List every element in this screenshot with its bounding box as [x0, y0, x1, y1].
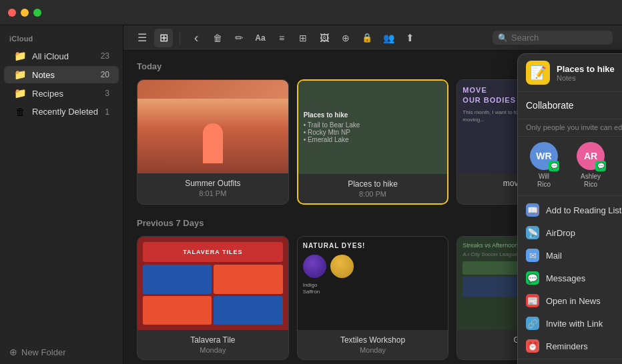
menu-item-mail[interactable]: ✉ Mail: [518, 244, 622, 267]
sidebar-section-icloud: iCloud: [0, 32, 123, 47]
popup-note-icon: 📝: [526, 61, 550, 85]
note-name-talavera: Talavera Tile: [144, 335, 282, 345]
news-icon: 📰: [526, 294, 539, 307]
collaborate-row[interactable]: Collaborate ›: [518, 92, 622, 119]
menu-label-mail: Mail: [546, 251, 622, 261]
menu-label-airdrop: AirDrop: [546, 228, 622, 238]
lock-button[interactable]: 🔒: [358, 29, 376, 47]
note-time-textiles: Monday: [304, 346, 442, 354]
sidebar-item-all-icloud[interactable]: 📁 All iCloud 23: [4, 47, 119, 65]
back-icon: ‹: [194, 30, 199, 45]
menu-item-reminders[interactable]: ⏰ Reminders: [518, 335, 622, 357]
sidebar-label-recipes: Recipes: [32, 89, 99, 99]
note-time-summer: 8:01 PM: [144, 189, 282, 197]
sidebar-badge-notes: 20: [101, 70, 109, 79]
note-info-textiles: Textiles Workshop Monday: [298, 330, 448, 359]
search-input[interactable]: [511, 33, 605, 43]
thumb-textiles-bg: NATURAL DYES! Indigo Saffron: [298, 237, 448, 330]
textiles-orbs: [303, 255, 443, 278]
compose-button[interactable]: ✏: [230, 29, 248, 47]
note-thumbnail-textiles: NATURAL DYES! Indigo Saffron: [298, 237, 448, 330]
note-thumbnail-summer: [137, 80, 288, 173]
sidebar-label-notes: Notes: [32, 70, 95, 80]
airdrop-icon: 📡: [526, 226, 539, 239]
new-folder-button[interactable]: ⊕ New Folder: [0, 340, 123, 364]
tile-2: [214, 265, 282, 294]
note-thumbnail-places: Places to hike • Trail to Bear Lake • Ro…: [298, 81, 448, 174]
menu-item-messages[interactable]: 💬 Messages: [518, 267, 622, 289]
sidebar: iCloud 📁 All iCloud 23 📁 Notes 20 📁 Reci…: [0, 25, 123, 364]
attachment-button[interactable]: ⊕: [336, 29, 355, 47]
search-bar[interactable]: 🔍: [493, 31, 613, 45]
popup-header-text: Places to hike Notes: [557, 64, 615, 82]
note-card-talavera[interactable]: TALAVERA TILES Talavera Tile: [137, 236, 289, 360]
share-icon: ⬆: [406, 32, 414, 44]
title-bar: [0, 0, 622, 25]
fullscreen-button[interactable]: [33, 9, 41, 17]
avatar-app-ashley: 💬: [595, 161, 606, 171]
avatar-initials-ashley: AR: [584, 151, 597, 161]
checklist-icon: ≡: [279, 33, 284, 43]
thumb-places-bg: Places to hike • Trail to Bear Lake • Ro…: [298, 81, 448, 174]
attachment-icon: ⊕: [342, 33, 350, 43]
back-button[interactable]: ‹: [187, 29, 206, 47]
menu-label-invite-link: Invite with Link: [546, 319, 622, 329]
note-info-talavera: Talavera Tile Monday: [137, 330, 288, 359]
search-icon: 🔍: [498, 33, 508, 43]
popup-header: 📝 Places to hike Notes: [518, 54, 622, 92]
note-card-places-to-hike[interactable]: Places to hike • Trail to Bear Lake • Ro…: [297, 79, 449, 205]
textiles-title: NATURAL DYES!: [303, 242, 443, 249]
sidebar-item-recipes[interactable]: 📁 Recipes 3: [4, 85, 119, 102]
trash-icon: 🗑: [13, 106, 27, 117]
menu-label-reading-list: Add to Reading List: [546, 205, 622, 215]
thumb-talavera-bg: TALAVERA TILES: [137, 237, 288, 330]
popup-invite-row: Only people you invite can edit ›: [518, 119, 622, 137]
menu-item-invite-link[interactable]: 🔗 Invite with Link: [518, 312, 622, 335]
popup-subtitle: Notes: [557, 74, 615, 82]
menu-label-messages: Messages: [546, 273, 622, 283]
avatar-ashley-rico[interactable]: AR 💬 AshleyRico: [577, 142, 605, 189]
thumb-summer-bg: [137, 80, 288, 173]
sidebar-badge-recently-deleted: 1: [105, 107, 109, 117]
close-button[interactable]: [8, 9, 16, 17]
menu-item-open-news[interactable]: 📰 Open in News: [518, 289, 622, 312]
folder-icon: 📁: [13, 69, 27, 81]
sidebar-item-recently-deleted[interactable]: 🗑 Recently Deleted 1: [4, 103, 119, 120]
note-card-summer-outfits[interactable]: Summer Outfits 8:01 PM: [137, 79, 289, 205]
invite-label: Only people you invite can edit: [526, 123, 622, 131]
avatar-name-ashley: AshleyRico: [581, 173, 601, 189]
context-menu: 📝 Places to hike Notes Collaborate › Onl…: [517, 53, 622, 364]
menu-item-add-reading-list[interactable]: 📖 Add to Reading List: [518, 199, 622, 221]
messages-icon: 💬: [526, 271, 539, 285]
tile-1: [143, 265, 212, 294]
share-button[interactable]: ⬆: [400, 29, 419, 47]
note-time-places: 8:00 PM: [305, 190, 441, 198]
talavera-grid: [143, 265, 283, 325]
media-button[interactable]: 🖼: [315, 29, 334, 47]
menu-item-airdrop[interactable]: 📡 AirDrop: [518, 221, 622, 244]
table-icon: ⊞: [299, 33, 307, 43]
mail-icon: ✉: [526, 249, 539, 262]
note-thumbnail-talavera: TALAVERA TILES: [137, 237, 288, 330]
menu-item-copy-link[interactable]: 🔗 Copy Link: [518, 361, 622, 364]
avatar-name-will: WillRico: [537, 173, 551, 189]
checklist-button[interactable]: ≡: [272, 29, 291, 47]
delete-button[interactable]: 🗑: [208, 29, 227, 47]
note-card-textiles[interactable]: NATURAL DYES! Indigo Saffron: [297, 236, 449, 360]
list-view-button[interactable]: ☰: [133, 29, 151, 47]
format-button[interactable]: Aa: [251, 29, 270, 47]
grid-view-button[interactable]: ⊞: [154, 29, 173, 47]
sidebar-item-notes[interactable]: 📁 Notes 20: [4, 66, 119, 83]
tile-3: [143, 296, 212, 325]
thumb-person-figure: [203, 123, 223, 163]
minimize-button[interactable]: [21, 9, 29, 17]
format-icon: Aa: [255, 33, 265, 43]
table-button[interactable]: ⊞: [294, 29, 312, 47]
avatar-circle-will: WR 💬: [530, 142, 558, 170]
folder-icon: 📁: [13, 50, 27, 62]
avatar-will-rico[interactable]: WR 💬 WillRico: [530, 142, 558, 189]
note-info-places: Places to hike 8:00 PM: [298, 174, 448, 203]
compose-icon: ✏: [235, 32, 244, 44]
people-button[interactable]: 👥: [379, 29, 398, 47]
toolbar-separator-1: [180, 32, 180, 44]
